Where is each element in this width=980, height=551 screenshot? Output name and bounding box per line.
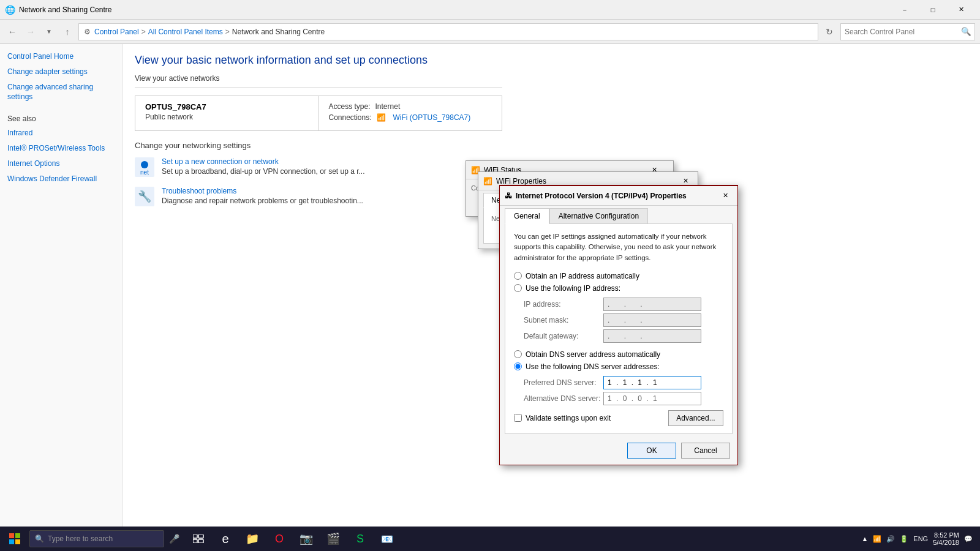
connections-value[interactable]: WiFi (OPTUS_798CA7) — [393, 113, 471, 122]
subnet-field[interactable]: . . . — [603, 313, 701, 327]
sidebar-item-intel[interactable]: Intel® PROSet/Wireless Tools — [7, 143, 115, 154]
taskbar-app2[interactable]: 🎬 — [320, 527, 347, 551]
validate-checkbox[interactable] — [514, 414, 522, 422]
use-dns-label: Use the following DNS server addresses: — [526, 362, 660, 371]
address-path[interactable]: ⚙ Control Panel > All Control Panel Item… — [78, 23, 818, 40]
sidebar-item-infrared[interactable]: Infrared — [7, 128, 115, 138]
wifi-props-icon: 📶 — [483, 177, 492, 186]
taskbar-search-box[interactable]: 🔍 Type here to search — [29, 530, 164, 547]
systray-language: ENG — [913, 535, 928, 542]
sep1: > — [141, 28, 146, 36]
validate-label: Validate settings upon exit — [526, 414, 611, 422]
start-button[interactable] — [0, 527, 29, 551]
content-area: View your basic network information and … — [123, 44, 980, 527]
sidebar-item-firewall[interactable]: Windows Defender Firewall — [7, 174, 115, 184]
svg-point-1 — [141, 161, 148, 168]
gateway-field[interactable]: . . . — [603, 329, 701, 343]
breadcrumb-home[interactable]: Control Panel — [94, 28, 139, 36]
see-also-label: See also — [7, 114, 115, 123]
taskbar: 🔍 Type here to search 🎤 e 📁 O 📷 🎬 S 📧 ▲ … — [0, 527, 980, 551]
taskbar-app4[interactable]: 📧 — [374, 527, 401, 551]
alternate-dns-value: 1 . 0 . 0 . 1 — [608, 394, 658, 403]
obtain-ip-radio[interactable] — [514, 272, 522, 280]
network-divider — [135, 88, 502, 88]
title-bar: 🌐 Network and Sharing Centre − □ ✕ — [0, 0, 980, 20]
search-button[interactable]: 🔍 — [957, 23, 974, 40]
sidebar-item-home[interactable]: Control Panel Home — [7, 51, 115, 62]
alternate-dns-field[interactable]: 1 . 0 . 0 . 1 — [603, 392, 701, 405]
forward-button[interactable]: → — [23, 24, 38, 39]
use-ip-row: Use the following IP address: — [514, 284, 723, 293]
sep2: > — [225, 28, 230, 36]
sidebar-item-internet-options[interactable]: Internet Options — [7, 159, 115, 169]
network-name: OPTUS_798CA7 — [145, 102, 309, 111]
obtain-dns-row: Obtain DNS server address automatically — [514, 350, 723, 359]
taskbar-ie[interactable]: e — [212, 527, 239, 551]
systray-expand[interactable]: ▲ — [861, 535, 868, 542]
systray-clock: 8:52 PM 5/4/2018 — [933, 531, 959, 546]
taskbar-search-icon: 🔍 — [35, 534, 44, 543]
up-button[interactable]: ↑ — [60, 24, 75, 39]
systray-date: 5/4/2018 — [933, 539, 959, 546]
new-connection-link[interactable]: Set up a new connection or network — [162, 157, 365, 166]
maximize-button[interactable]: □ — [919, 0, 947, 20]
taskbar-opera[interactable]: O — [266, 527, 293, 551]
ok-button[interactable]: OK — [627, 443, 676, 459]
settings-text-1: Troubleshoot problems Diagnose and repai… — [162, 187, 363, 205]
taskbar-task-view[interactable] — [185, 527, 212, 551]
minimize-button[interactable]: − — [891, 0, 919, 20]
new-connection-icon: net — [135, 157, 154, 177]
ip-address-row: IP address: . . . — [524, 298, 723, 311]
search-input[interactable] — [841, 28, 957, 36]
connections-row: Connections: 📶 WiFi (OPTUS_798CA7) — [329, 113, 492, 122]
systray-notification[interactable]: 💬 — [964, 535, 973, 543]
subnet-label: Subnet mask: — [524, 316, 603, 324]
svg-rect-8 — [15, 539, 20, 544]
refresh-button[interactable]: ↻ — [822, 24, 837, 39]
gateway-label: Default gateway: — [524, 332, 603, 340]
ip-address-field[interactable]: . . . — [603, 298, 701, 311]
svg-rect-5 — [9, 533, 14, 538]
taskbar-app3[interactable]: S — [347, 527, 374, 551]
use-ip-radio[interactable] — [514, 284, 522, 292]
page-title: View your basic network information and … — [135, 54, 968, 67]
window-icon: 🌐 — [5, 5, 15, 15]
search-box[interactable]: 🔍 — [840, 23, 975, 40]
tcpip-tab-alt[interactable]: Alternative Configuration — [549, 208, 648, 223]
troubleshoot-link[interactable]: Troubleshoot problems — [162, 187, 363, 195]
taskbar-app1[interactable]: 📷 — [293, 527, 320, 551]
use-dns-radio[interactable] — [514, 362, 522, 370]
window-title: Network and Sharing Centre — [19, 6, 111, 14]
microphone-button[interactable]: 🎤 — [165, 530, 183, 547]
preferred-dns-row: Preferred DNS server: 1 . 1 . 1 . 1 — [524, 376, 723, 389]
recent-button[interactable]: ▼ — [42, 24, 56, 39]
tcpip-title: Internet Protocol Version 4 (TCP/IPv4) P… — [516, 192, 687, 200]
address-bar: ← → ▼ ↑ ⚙ Control Panel > All Control Pa… — [0, 20, 980, 44]
sidebar-item-sharing[interactable]: Change advanced sharing settings — [7, 82, 115, 103]
back-button[interactable]: ← — [5, 24, 20, 39]
change-settings-title: Change your networking settings — [135, 141, 968, 150]
tcpip-close[interactable]: ✕ — [718, 189, 733, 203]
obtain-dns-radio[interactable] — [514, 350, 522, 358]
svg-text:🔧: 🔧 — [138, 190, 152, 203]
breadcrumb-mid[interactable]: All Control Panel Items — [148, 28, 223, 36]
advanced-button[interactable]: Advanced... — [668, 410, 723, 426]
taskbar-systray: ▲ 📶 🔊 🔋 ENG 8:52 PM 5/4/2018 💬 — [861, 531, 980, 546]
obtain-ip-label: Obtain an IP address automatically — [526, 272, 639, 280]
systray-volume: 🔊 — [886, 535, 895, 543]
dns-fields: Preferred DNS server: 1 . 1 . 1 . 1 Alte… — [524, 376, 723, 405]
gateway-row: Default gateway: . . . — [524, 329, 723, 343]
sidebar: Control Panel Home Change adapter settin… — [0, 44, 123, 527]
subnet-row: Subnet mask: . . . — [524, 313, 723, 327]
taskbar-explorer[interactable]: 📁 — [239, 527, 266, 551]
alternate-dns-label: Alternative DNS server: — [524, 394, 603, 403]
network-type: Public network — [145, 113, 309, 121]
tcpip-tab-general[interactable]: General — [505, 208, 549, 224]
close-button[interactable]: ✕ — [947, 0, 975, 20]
obtain-ip-row: Obtain an IP address automatically — [514, 272, 723, 280]
sidebar-item-adapter[interactable]: Change adapter settings — [7, 67, 115, 77]
new-connection-desc: Set up a broadband, dial-up or VPN conne… — [162, 167, 365, 176]
cancel-button[interactable]: Cancel — [681, 443, 730, 459]
preferred-dns-field[interactable]: 1 . 1 . 1 . 1 — [603, 376, 701, 389]
svg-rect-12 — [198, 539, 203, 543]
